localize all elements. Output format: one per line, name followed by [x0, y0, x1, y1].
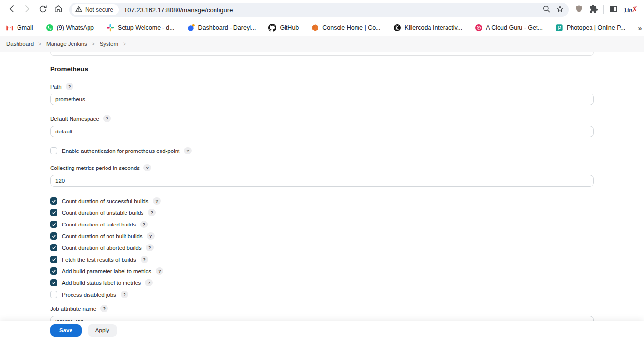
option-label[interactable]: Count duration of unstable builds [62, 210, 143, 216]
shield-extension-button[interactable] [572, 2, 586, 17]
option-row: Count duration of not-built builds ? [50, 232, 594, 240]
path-label: Path [50, 84, 62, 90]
bookmark-whatsapp[interactable]: (9) WhatsApp [46, 24, 94, 32]
help-icon[interactable]: ? [153, 197, 161, 205]
auth-checkbox-row: Enable authentication for prometheus end… [50, 147, 594, 154]
option-label[interactable]: Add build parameter label to metrics [62, 268, 151, 274]
chevron-right-icon: > [38, 41, 41, 47]
option-label[interactable]: Fetch the test results of builds [62, 257, 136, 263]
reload-button[interactable] [35, 2, 51, 18]
option-checkbox[interactable] [50, 244, 57, 251]
forward-icon [22, 4, 32, 16]
warning-icon [75, 6, 82, 14]
bookmark-killercoda[interactable]: Killercoda Interactiv... [394, 24, 463, 32]
option-checkbox[interactable] [50, 209, 57, 216]
photopea-icon [555, 24, 563, 32]
option-checkbox[interactable] [50, 279, 57, 286]
bookmark-acloudguru[interactable]: A Cloud Guru - Get... [475, 24, 543, 32]
option-label[interactable]: Count duration of aborted builds [62, 245, 142, 251]
chevron-right-icon: > [92, 41, 95, 47]
help-icon[interactable]: ? [147, 232, 155, 240]
help-icon[interactable]: ? [121, 291, 128, 298]
bookmark-github[interactable]: GitHub [268, 24, 299, 32]
avatar-text: Lin [624, 6, 633, 14]
metrics-period-input[interactable] [50, 175, 594, 187]
help-icon[interactable]: ? [146, 244, 154, 251]
help-icon[interactable]: ? [100, 305, 108, 312]
option-label[interactable]: Count duration of successful builds [62, 198, 148, 204]
gmail-icon [6, 24, 14, 32]
auth-checkbox-label[interactable]: Enable authentication for prometheus end… [62, 148, 179, 154]
chevron-right-icon: > [123, 41, 126, 47]
bottom-app-bar: Save Apply [0, 321, 644, 339]
help-icon[interactable]: ? [141, 256, 148, 263]
home-button[interactable] [51, 2, 66, 18]
help-icon[interactable]: ? [143, 164, 151, 171]
breadcrumb-item-dashboard[interactable]: Dashboard [6, 41, 34, 47]
option-label[interactable]: Count duration of failed builds [62, 222, 136, 227]
home-icon [54, 4, 63, 16]
configure-form: Prometheus Path ? Default Namespace ? En… [0, 52, 644, 339]
option-label[interactable]: Add build status label to metrics [62, 280, 141, 286]
bookmark-gmail[interactable]: Gmail [6, 24, 33, 32]
breadcrumb-item-manage-jenkins[interactable]: Manage Jenkins [46, 41, 87, 47]
breadcrumb-item-system[interactable]: System [100, 41, 118, 47]
browser-toolbar: Not secure 107.23.162.17:8080/manage/con… [0, 0, 644, 19]
extensions-button[interactable] [586, 2, 601, 17]
option-checkbox[interactable] [50, 221, 57, 228]
option-checkbox[interactable] [50, 232, 57, 240]
forward-button[interactable] [19, 2, 35, 18]
bookmark-darey-dashboard[interactable]: Dashboard - Dareyi... [187, 24, 256, 32]
help-icon[interactable]: ? [103, 115, 111, 122]
address-bar[interactable]: Not secure 107.23.162.17:8080/manage/con… [69, 3, 569, 17]
metrics-period-label: Collecting metrics period in seconds [50, 165, 140, 171]
not-secure-badge[interactable]: Not secure [72, 4, 119, 15]
bookmark-label: Dashboard - Dareyi... [198, 24, 256, 31]
default-namespace-input[interactable] [50, 126, 594, 137]
profile-avatar[interactable]: LinX [620, 1, 641, 18]
path-input[interactable] [50, 94, 594, 105]
bookmarks-overflow-chevron[interactable]: » [638, 24, 642, 32]
option-row: Process disabled jobs ? [50, 291, 594, 298]
option-row: Count duration of successful builds ? [50, 197, 594, 205]
help-icon[interactable]: ? [148, 209, 156, 216]
bookmark-slack[interactable]: Setup Welcome - d... [107, 24, 175, 32]
help-icon[interactable]: ? [184, 147, 192, 154]
bookmark-label: Console Home | Co... [322, 24, 380, 31]
apply-button[interactable]: Apply [88, 324, 117, 337]
path-field: Path ? [50, 83, 594, 105]
option-checkbox[interactable] [50, 197, 57, 205]
side-panel-button[interactable] [606, 2, 621, 17]
darey-icon [187, 24, 195, 32]
bookmark-photopea[interactable]: Photopea | Online P... [555, 24, 625, 32]
whatsapp-icon [46, 24, 54, 32]
option-row: Add build parameter label to metrics ? [50, 267, 594, 275]
bookmark-aws-console[interactable]: Console Home | Co... [311, 24, 380, 32]
option-checkbox[interactable] [50, 256, 57, 263]
default-namespace-field: Default Namespace ? [50, 115, 594, 137]
option-row: Count duration of aborted builds ? [50, 244, 594, 251]
option-label[interactable]: Process disabled jobs [62, 292, 116, 298]
save-button[interactable]: Save [50, 324, 82, 337]
option-row: Add build status label to metrics ? [50, 279, 594, 286]
option-checkbox[interactable] [50, 291, 57, 298]
aws-icon [311, 24, 319, 32]
zoom-indicator-button[interactable] [539, 3, 553, 17]
back-button[interactable] [4, 2, 19, 18]
avatar-text-accent: X [632, 5, 637, 14]
bookmark-label: Gmail [17, 24, 33, 31]
help-icon[interactable]: ? [156, 267, 163, 275]
reload-icon [38, 4, 48, 16]
options-checkbox-list: Count duration of successful builds ? Co… [50, 197, 594, 298]
auth-checkbox[interactable] [50, 147, 57, 154]
bookmark-label: Killercoda Interactiv... [405, 24, 463, 31]
clipped-previous-field [50, 52, 594, 56]
url-text[interactable]: 107.23.162.17:8080/manage/configure [124, 6, 539, 14]
help-icon[interactable]: ? [140, 221, 148, 228]
help-icon[interactable]: ? [145, 279, 153, 286]
option-label[interactable]: Count duration of not-built builds [62, 233, 143, 239]
toolbar-divider [603, 5, 604, 14]
bookmark-star-button[interactable] [553, 3, 567, 17]
help-icon[interactable]: ? [66, 83, 73, 90]
option-checkbox[interactable] [50, 267, 57, 275]
